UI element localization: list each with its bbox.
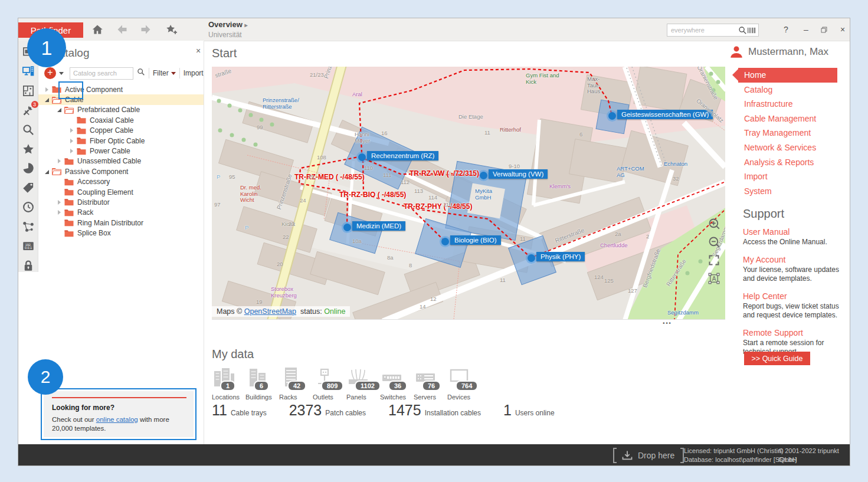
rail-item-charts-icon[interactable] bbox=[21, 162, 36, 175]
tree-expander[interactable] bbox=[69, 138, 75, 144]
tree-item-fiber-optic-cable[interactable]: Fiber Optic Cable bbox=[38, 136, 204, 146]
tree-expander[interactable] bbox=[57, 107, 63, 113]
restore-button[interactable] bbox=[816, 23, 831, 36]
rail-item-floorplan-icon[interactable] bbox=[21, 84, 36, 97]
nav-item-analysis-reports[interactable]: Analysis & Reports bbox=[738, 155, 847, 170]
tree-item-prefabricated-cable[interactable]: Prefabricated Cable bbox=[38, 105, 204, 115]
user-chip[interactable]: Mustermann, Max bbox=[729, 45, 847, 59]
nav-item-network-services[interactable]: Network & Services bbox=[738, 140, 847, 155]
tree-item-unassembled-cable[interactable]: Unassembled Cable bbox=[38, 156, 204, 166]
filter-button[interactable]: Filter bbox=[153, 69, 176, 77]
tile-locations[interactable]: 1Locations bbox=[212, 366, 245, 401]
minimize-button[interactable]: – bbox=[798, 23, 814, 36]
quick-guide-button[interactable]: >> Quick Guide bbox=[744, 352, 810, 365]
rail-item-ip-icon[interactable]: 192.0.0.1 bbox=[21, 240, 36, 253]
tile-devices[interactable]: 764Devices bbox=[447, 366, 481, 401]
import-button[interactable]: Import bbox=[184, 69, 204, 77]
nav-item-import[interactable]: Import bbox=[738, 169, 847, 184]
favorite-add-icon[interactable] bbox=[166, 24, 179, 35]
tile-buildings[interactable]: 6Buildings bbox=[245, 366, 279, 401]
building-label-gw[interactable]: Geisteswissenschaften (GW) bbox=[617, 110, 713, 119]
building-node-dot[interactable] bbox=[358, 153, 366, 161]
rail-item-favorites-icon[interactable] bbox=[21, 143, 36, 156]
online-catalog-link[interactable]: online catalog bbox=[96, 416, 138, 423]
drop-zone[interactable]: Drop here bbox=[613, 448, 684, 463]
building-label-phy[interactable]: Physik (PHY) bbox=[536, 252, 585, 261]
zoom-in-icon[interactable] bbox=[707, 217, 720, 230]
catalog-search-input[interactable] bbox=[70, 67, 133, 80]
tree-item-accessory[interactable]: Accessory bbox=[38, 177, 204, 187]
rail-item-search-icon[interactable] bbox=[21, 123, 36, 136]
help-button[interactable]: ? bbox=[778, 23, 794, 36]
back-arrow-icon[interactable] bbox=[116, 24, 129, 35]
tree-item-power-cable[interactable]: Power Cable bbox=[38, 146, 204, 156]
add-template-button[interactable]: + bbox=[44, 67, 56, 79]
tree-item-passive-component[interactable]: Passive Component bbox=[38, 166, 204, 176]
rail-item-history-icon[interactable] bbox=[21, 201, 36, 214]
nav-item-catalog[interactable]: Catalog bbox=[738, 83, 847, 97]
tree-expander[interactable] bbox=[57, 199, 63, 205]
tree-expander[interactable] bbox=[44, 87, 50, 93]
tree-expander[interactable] bbox=[44, 169, 50, 175]
close-button[interactable]: × bbox=[835, 23, 850, 36]
building-node-dot[interactable] bbox=[441, 238, 449, 245]
tile-racks[interactable]: 42Racks bbox=[279, 366, 313, 401]
catalog-search-icon[interactable] bbox=[137, 68, 145, 78]
tree-expander[interactable] bbox=[69, 148, 75, 154]
rail-item-workplace-icon[interactable] bbox=[21, 65, 36, 78]
tree-item-coaxial-cable[interactable]: Coaxial Cable bbox=[38, 115, 204, 125]
cable-route-label[interactable]: TR-RZ-BIO ( -/48/55) bbox=[339, 191, 406, 199]
barcode-icon[interactable] bbox=[747, 26, 756, 35]
splitter-handle[interactable]: ••• bbox=[644, 320, 691, 326]
nav-item-system[interactable]: System bbox=[738, 184, 847, 199]
support-link[interactable]: User Manual bbox=[743, 227, 846, 237]
tree-item-splice-box[interactable]: Splice Box bbox=[38, 228, 204, 238]
search-icon[interactable] bbox=[738, 26, 747, 35]
openstreetmap-link[interactable]: OpenStreetMap bbox=[244, 307, 296, 316]
catalog-close-icon[interactable]: × bbox=[193, 45, 204, 56]
forward-arrow-icon[interactable] bbox=[140, 24, 153, 35]
rail-item-tools-icon[interactable]: 3 bbox=[21, 104, 36, 117]
tree-expander[interactable] bbox=[69, 127, 75, 133]
tree-item-distributor[interactable]: Distributor bbox=[38, 197, 204, 207]
rail-item-lock-icon[interactable] bbox=[21, 259, 36, 272]
tree-expander[interactable] bbox=[57, 209, 63, 215]
support-link[interactable]: Help Center bbox=[743, 291, 846, 301]
nav-item-infrastructure[interactable]: Infrastructure bbox=[738, 97, 847, 112]
nav-item-cable-management[interactable]: Cable Management bbox=[738, 112, 847, 126]
breadcrumb[interactable]: Overview ▸ Universität bbox=[208, 20, 247, 40]
building-node-dot[interactable] bbox=[480, 172, 487, 179]
map-canvas[interactable]: Rechenzentrum (RZ)Geisteswissenschaften … bbox=[212, 67, 725, 320]
tree-item-rack[interactable]: Rack bbox=[38, 208, 204, 218]
home-icon[interactable] bbox=[91, 24, 104, 35]
tree-item-copper-cable[interactable]: Copper Cable bbox=[38, 126, 204, 136]
tile-servers[interactable]: 76Servers bbox=[414, 366, 447, 401]
fullscreen-icon[interactable] bbox=[707, 254, 720, 267]
cable-route-label[interactable]: TR-RZ-VW ( -/72/315) bbox=[410, 169, 479, 178]
nav-item-home[interactable]: Home bbox=[738, 68, 837, 83]
tile-switches[interactable]: 36Switches bbox=[380, 366, 414, 401]
rail-item-topology-icon[interactable] bbox=[21, 220, 36, 233]
building-label-rz[interactable]: Rechenzentrum (RZ) bbox=[367, 151, 438, 160]
global-search-input[interactable] bbox=[670, 26, 738, 34]
add-caret-icon[interactable] bbox=[59, 72, 64, 75]
building-label-bio[interactable]: Biologie (BIO) bbox=[450, 235, 501, 245]
tile-panels[interactable]: 1102Panels bbox=[346, 366, 380, 401]
tree-expander[interactable] bbox=[44, 97, 50, 103]
support-link[interactable]: My Account bbox=[743, 255, 846, 264]
cable-route-label[interactable]: TR-RZ-PHY ( -/48/55) bbox=[404, 202, 472, 211]
tree-item-coupling-element[interactable]: Coupling Element bbox=[38, 187, 204, 197]
building-label-med[interactable]: Medizin (MED) bbox=[352, 221, 405, 231]
tile-outlets[interactable]: 809Outlets bbox=[313, 366, 346, 401]
cable-route-label[interactable]: TR-RZ-MED ( -/48/55) bbox=[294, 173, 365, 181]
building-node-dot[interactable] bbox=[608, 112, 616, 120]
tree-item-ring-main-distributor[interactable]: Ring Main Distributor bbox=[38, 218, 204, 228]
auto-label-icon[interactable]: A bbox=[707, 272, 720, 285]
tree-expander[interactable] bbox=[57, 158, 63, 164]
building-node-dot[interactable] bbox=[528, 254, 535, 262]
support-link[interactable]: Remote Support bbox=[743, 328, 846, 337]
zoom-out-icon[interactable] bbox=[707, 235, 720, 248]
nav-item-tray-management[interactable]: Tray Management bbox=[738, 126, 847, 140]
building-label-vw[interactable]: Verwaltung (VW) bbox=[489, 169, 548, 179]
building-node-dot[interactable] bbox=[343, 224, 351, 231]
